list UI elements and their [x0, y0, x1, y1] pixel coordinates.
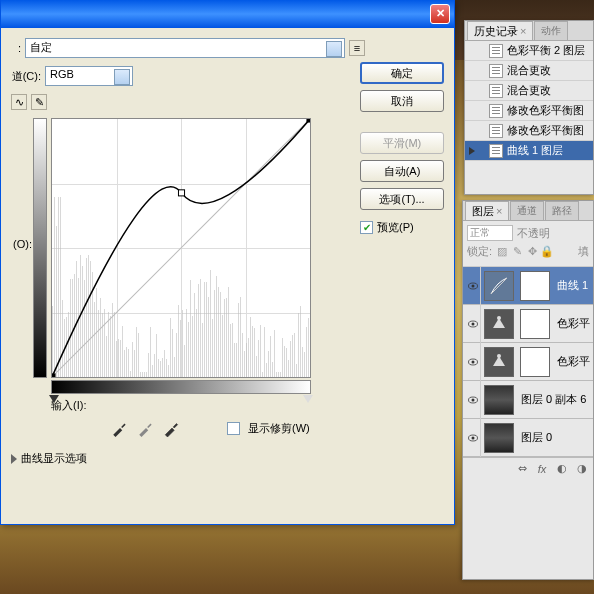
channel-dropdown[interactable]: RGB — [45, 66, 133, 86]
layer-name: 色彩平 — [557, 354, 590, 369]
tab-layers[interactable]: 图层× — [465, 201, 509, 220]
history-item-label: 混合更改 — [507, 83, 551, 98]
svg-rect-3 — [307, 119, 310, 122]
tab-channels[interactable]: 通道 — [510, 201, 544, 220]
layer-row[interactable]: 色彩平 — [463, 343, 593, 381]
layer-name: 图层 0 副本 6 — [521, 392, 586, 407]
white-point-slider[interactable] — [303, 395, 313, 403]
pencil-tool-icon[interactable]: ✎ — [31, 94, 47, 110]
mask-icon[interactable]: ◐ — [555, 462, 569, 476]
lock-transparent-icon[interactable]: ▨ — [496, 246, 508, 258]
options-button[interactable]: 选项(T)... — [360, 188, 444, 210]
input-gradient — [51, 380, 311, 394]
visibility-toggle[interactable] — [465, 419, 481, 457]
gray-eyedropper-icon[interactable] — [137, 419, 155, 437]
history-item-label: 修改色彩平衡图 — [507, 103, 584, 118]
lock-position-icon[interactable]: ✥ — [526, 246, 538, 258]
show-clipping-checkbox[interactable] — [227, 422, 240, 435]
output-axis-label: (O): — [13, 238, 32, 250]
layer-mask-thumb[interactable] — [520, 347, 550, 377]
blend-mode-dropdown[interactable]: 正常 — [467, 225, 513, 241]
opacity-label: 不透明 — [517, 226, 550, 241]
svg-rect-1 — [52, 374, 55, 377]
disclosure-arrow-icon[interactable] — [11, 454, 17, 464]
dialog-titlebar[interactable]: ✕ — [1, 0, 454, 28]
visibility-toggle[interactable] — [465, 305, 481, 343]
svg-rect-2 — [178, 190, 184, 196]
history-item[interactable]: 混合更改 — [465, 61, 593, 81]
ok-button[interactable]: 确定 — [360, 62, 444, 84]
svg-point-19 — [471, 436, 474, 439]
visibility-toggle[interactable] — [465, 267, 481, 305]
fill-label: 填 — [578, 244, 589, 259]
svg-point-11 — [497, 316, 501, 320]
layer-thumb[interactable] — [484, 271, 514, 301]
show-clipping-label: 显示修剪(W) — [248, 421, 310, 436]
channel-label: 道(C): — [11, 69, 41, 84]
history-item[interactable]: 曲线 1 图层 — [465, 141, 593, 161]
preset-dropdown[interactable]: 自定 — [25, 38, 345, 58]
output-gradient — [33, 118, 47, 378]
history-item[interactable]: 修改色彩平衡图 — [465, 101, 593, 121]
input-axis-label: 输入(I): — [51, 398, 444, 413]
layer-thumb[interactable] — [484, 309, 514, 339]
adjustment-icon[interactable]: ◑ — [575, 462, 589, 476]
document-icon — [489, 64, 503, 78]
layer-name: 曲线 1 — [557, 278, 588, 293]
curves-dialog: ✕ : 自定 ≡ 道(C): RGB ∿ ✎ — [0, 0, 455, 525]
history-item[interactable]: 混合更改 — [465, 81, 593, 101]
preview-checkbox[interactable]: ✔ — [360, 221, 373, 234]
layer-name: 图层 0 — [521, 430, 552, 445]
layer-row[interactable]: 色彩平 — [463, 305, 593, 343]
layer-thumb[interactable] — [484, 347, 514, 377]
cancel-button[interactable]: 取消 — [360, 90, 444, 112]
layer-thumb[interactable] — [484, 385, 514, 415]
history-item-label: 色彩平衡 2 图层 — [507, 43, 585, 58]
auto-button[interactable]: 自动(A) — [360, 160, 444, 182]
history-item-label: 曲线 1 图层 — [507, 143, 563, 158]
visibility-toggle[interactable] — [465, 381, 481, 419]
fx-icon[interactable]: fx — [535, 462, 549, 476]
curve-tool-icon[interactable]: ∿ — [11, 94, 27, 110]
close-icon[interactable]: × — [520, 25, 526, 37]
document-icon — [489, 144, 503, 158]
history-item[interactable]: 色彩平衡 2 图层 — [465, 41, 593, 61]
document-icon — [489, 104, 503, 118]
black-eyedropper-icon[interactable] — [111, 419, 129, 437]
tab-history[interactable]: 历史记录× — [467, 21, 533, 40]
svg-point-9 — [471, 322, 474, 325]
history-item[interactable]: 修改色彩平衡图 — [465, 121, 593, 141]
layers-panel: 图层× 通道 路径 正常 不透明 锁定: ▨ ✎ ✥ 🔒 填 曲线 1色彩平色彩… — [462, 200, 594, 580]
smooth-button: 平滑(M) — [360, 132, 444, 154]
lock-label: 锁定: — [467, 244, 492, 259]
link-icon[interactable]: ⇔ — [515, 462, 529, 476]
lock-pixels-icon[interactable]: ✎ — [511, 246, 523, 258]
preview-label: 预览(P) — [377, 220, 414, 235]
tab-actions[interactable]: 动作 — [534, 21, 568, 40]
black-point-slider[interactable] — [49, 395, 59, 403]
close-button[interactable]: ✕ — [430, 4, 450, 24]
lock-all-icon[interactable]: 🔒 — [541, 246, 553, 258]
layer-row[interactable]: 图层 0 副本 6 — [463, 381, 593, 419]
history-panel: 历史记录× 动作 色彩平衡 2 图层混合更改混合更改修改色彩平衡图修改色彩平衡图… — [464, 20, 594, 195]
document-icon — [489, 84, 503, 98]
tab-paths[interactable]: 路径 — [545, 201, 579, 220]
layer-name: 色彩平 — [557, 316, 590, 331]
layer-mask-thumb[interactable] — [520, 271, 550, 301]
svg-point-5 — [471, 284, 474, 287]
close-icon[interactable]: × — [496, 205, 502, 217]
preset-menu-icon[interactable]: ≡ — [349, 40, 365, 56]
layer-thumb[interactable] — [484, 423, 514, 453]
preset-label: : — [11, 42, 21, 54]
layer-row[interactable]: 图层 0 — [463, 419, 593, 457]
visibility-toggle[interactable] — [465, 343, 481, 381]
layer-mask-thumb[interactable] — [520, 309, 550, 339]
disclosure-label: 曲线显示选项 — [21, 451, 87, 466]
svg-point-15 — [497, 354, 501, 358]
document-icon — [489, 44, 503, 58]
layer-row[interactable]: 曲线 1 — [463, 267, 593, 305]
curves-canvas[interactable] — [51, 118, 311, 378]
document-icon — [489, 124, 503, 138]
history-item-label: 修改色彩平衡图 — [507, 123, 584, 138]
white-eyedropper-icon[interactable] — [163, 419, 181, 437]
